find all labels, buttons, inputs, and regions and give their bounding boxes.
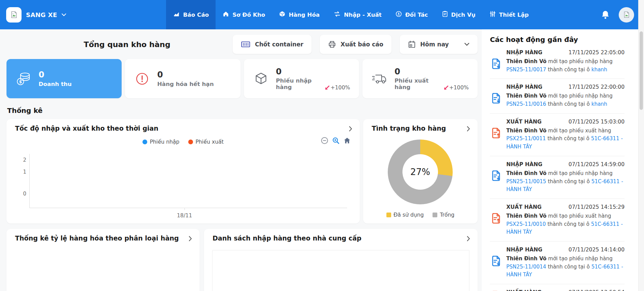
chevron-right-icon[interactable] — [467, 126, 470, 132]
nav-item-label: Báo Cáo — [183, 12, 209, 18]
chot-container-button[interactable]: Chốt container — [233, 35, 312, 54]
stat-delta-value: +100% — [449, 85, 469, 91]
location-link[interactable]: khanh — [591, 101, 607, 107]
truck-icon — [371, 71, 388, 87]
bottom-row: Thống kê tỷ lệ hàng hóa theo phân loại h… — [6, 229, 478, 291]
chevron-down-icon — [464, 43, 469, 46]
zoom-in-icon[interactable] — [332, 137, 340, 144]
activity-type: NHẬP HÀNG — [506, 84, 542, 90]
nav-item-doi-tac[interactable]: Đối Tác — [388, 0, 435, 29]
activity-type: XUẤT HÀNG — [506, 204, 542, 210]
stat-card-hang-hoa-het-han[interactable]: 0 Hàng hóa hết hạn — [125, 59, 240, 98]
import-doc-icon — [490, 58, 502, 70]
scrollbar-thumb[interactable] — [640, 31, 643, 110]
container-icon — [241, 41, 250, 48]
notification-bell-icon[interactable] — [601, 10, 610, 19]
supplier-list-empty-area — [212, 250, 469, 291]
chevron-down-icon — [61, 13, 66, 16]
activity-item[interactable]: NHẬP HÀNG 17/11/2025 22:05:00 Thiên Đình… — [490, 44, 625, 79]
chart-toolbar — [321, 137, 351, 144]
legend-item-phieu-nhap[interactable]: Phiếu nhập — [142, 139, 179, 145]
activity-item[interactable]: XUẤT HÀNG 07/11/2025 13:50:54 — [490, 284, 625, 291]
nav-item-hang-hoa[interactable]: Hàng Hóa — [272, 0, 327, 29]
date-filter-dropdown[interactable]: 1 Hôm nay — [400, 35, 478, 54]
reset-home-icon[interactable] — [343, 137, 351, 144]
activity-message: Thiên Đình Võ mới tạo phiếu nhập hàng PS… — [506, 255, 625, 279]
receipt-code-link[interactable]: PSN25-11/0014 — [506, 264, 546, 270]
legend-item-trong[interactable]: Trống — [433, 212, 454, 218]
y-tick: 1 — [16, 169, 26, 175]
legend-item-da-su-dung[interactable]: Đã sử dụng — [386, 212, 424, 218]
nav-item-thiet-lap[interactable]: Thiết Lập — [482, 0, 536, 29]
donut-chart[interactable]: 27% — [388, 140, 453, 204]
stat-card-doanh-thu[interactable]: $ 0 Doanh thu — [6, 59, 122, 98]
activity-title: Các hoạt động gần đây — [490, 35, 625, 44]
chevron-right-icon[interactable] — [467, 236, 470, 242]
stat-card-phieu-xuat-hang[interactable]: 0 Phiếu xuất hàng +100% — [362, 59, 478, 98]
activity-item[interactable]: NHẬP HÀNG 07/11/2025 14:59:00 Thiên Đình… — [490, 156, 625, 199]
location-link[interactable]: khanh — [591, 67, 607, 73]
activity-time: 07/11/2025 14:14:00 — [568, 247, 625, 253]
import-doc-icon — [490, 170, 502, 182]
activity-type: XUẤT HÀNG — [506, 119, 542, 125]
page-scrollbar[interactable] — [638, 0, 644, 291]
nav-item-so-do-kho[interactable]: Sơ Đồ Kho — [216, 0, 272, 29]
legend-square-yellow — [386, 213, 391, 217]
activity-item[interactable]: XUẤT HÀNG 07/11/2025 14:15:29 Thiên Đình… — [490, 199, 625, 242]
legend-item-phieu-xuat[interactable]: Phiếu xuất — [188, 139, 223, 145]
activity-time: 07/11/2025 13:50:54 — [568, 289, 625, 291]
nav-item-nhap-xuat[interactable]: Nhập - Xuất — [327, 0, 388, 29]
activity-message: Thiên Đình Võ mới tạo phiếu nhập hàng PS… — [506, 170, 625, 194]
receipt-code-link[interactable]: PSN25-11/0015 — [506, 178, 546, 185]
transfer-arrows-icon — [333, 11, 341, 18]
brand-menu[interactable]: SANG XE — [6, 7, 66, 23]
legend-dot-blue — [142, 140, 147, 144]
user-avatar[interactable] — [619, 7, 634, 23]
partner-icon — [395, 11, 402, 19]
chot-container-label: Chốt container — [255, 41, 303, 48]
activity-message: Thiên Đình Võ mới tạo phiếu nhập hàng PS… — [506, 58, 625, 74]
export-doc-icon — [490, 212, 502, 224]
donut-center-label: 27% — [388, 140, 453, 204]
legend-square-gray — [433, 213, 437, 217]
activity-item[interactable]: XUẤT HÀNG 07/11/2025 15:03:00 Thiên Đình… — [490, 114, 625, 156]
line-chart-card: Tốc độ nhập và xuất kho theo thời gian P… — [6, 119, 360, 223]
cube-outline-icon — [253, 71, 269, 87]
x-tick-mark — [184, 208, 185, 210]
activity-item[interactable]: NHẬP HÀNG 07/11/2025 14:14:00 Thiên Đình… — [490, 242, 625, 284]
stat-label: Doanh thu — [39, 81, 72, 87]
activity-time: 07/11/2025 14:59:00 — [568, 161, 625, 168]
activity-item[interactable]: NHẬP HÀNG 17/11/2025 22:00:00 Thiên Đình… — [490, 79, 625, 113]
activity-actor: Thiên Đình Võ — [506, 170, 547, 176]
y-tick: 0 — [16, 191, 26, 197]
svg-text:$: $ — [19, 79, 22, 84]
export-doc-icon — [490, 127, 502, 139]
receipt-code-link[interactable]: PSN25-11/0016 — [506, 101, 546, 107]
x-tick-label: 18/11 — [171, 213, 198, 219]
trend-down-arrow-icon — [443, 85, 449, 91]
printer-icon — [328, 40, 336, 48]
stat-delta: +100% — [443, 85, 469, 91]
chevron-right-icon[interactable] — [189, 236, 192, 242]
page-title: Tổng quan kho hàng — [84, 40, 170, 49]
broken-image-icon — [623, 11, 630, 18]
receipt-code-link[interactable]: PSN25-11/0017 — [506, 67, 546, 73]
activity-type: XUẤT HÀNG — [506, 289, 542, 291]
category-ratio-card: Thống kê tỷ lệ hàng hóa theo phân loại h… — [6, 229, 200, 291]
nav-item-dich-vu[interactable]: Dịch Vụ — [435, 0, 482, 29]
stat-card-phieu-nhap-hang[interactable]: 0 Phiếu nhập hàng +100% — [244, 59, 359, 98]
nav-item-bao-cao[interactable]: Báo Cáo — [166, 0, 216, 29]
coins-icon: $ — [15, 71, 32, 87]
stat-value: 0 — [395, 67, 443, 77]
donut-chart-card: Tình trạng kho hàng 27% Đã sử dụng Trống — [363, 119, 478, 223]
zoom-out-icon[interactable] — [321, 137, 328, 144]
xuat-bao-cao-button[interactable]: Xuất báo cáo — [320, 35, 392, 54]
supplier-list-title: Danh sách nhập hàng theo nhà cung cấp — [213, 234, 361, 242]
stat-cards: $ 0 Doanh thu 0 Hàng hóa hết hạn — [6, 59, 478, 98]
y-axis-line — [29, 154, 30, 208]
activity-type: NHẬP HÀNG — [506, 49, 542, 56]
chevron-right-icon[interactable] — [349, 126, 352, 132]
receipt-code-link[interactable]: PSX25-11/0011 — [506, 135, 546, 142]
line-chart-legend: Phiếu nhập Phiếu xuất — [6, 139, 360, 145]
receipt-code-link[interactable]: PSX25-11/0010 — [506, 221, 546, 227]
